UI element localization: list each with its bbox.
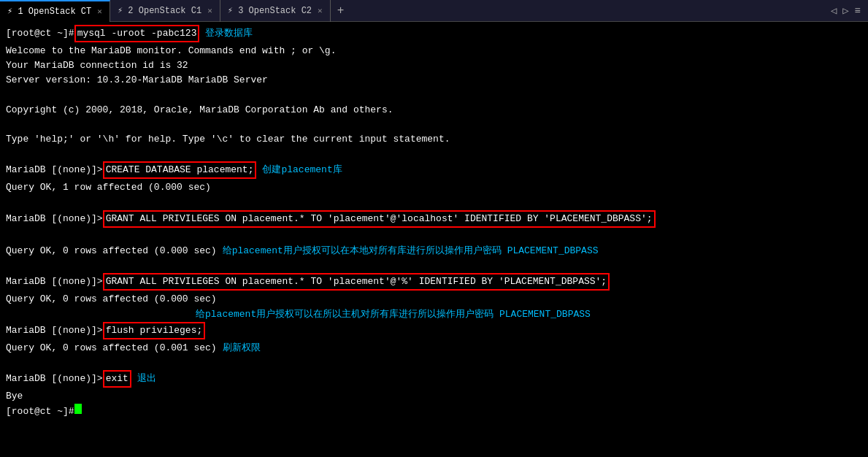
- tab-icon-c2: ⚡: [228, 5, 233, 16]
- tab-icon-c1: ⚡: [118, 5, 123, 16]
- line-grant-all: MariaDB [(none)]> GRANT ALL PRIVILEGES O…: [6, 273, 862, 291]
- tab-label-c1: 2 OpenStack C1: [128, 6, 201, 16]
- line-welcome-3: Server version: 10.3.20-MariaDB MariaDB …: [6, 73, 862, 88]
- prompt-1: [root@ct ~]#: [6, 26, 74, 41]
- line-copyright: Copyright (c) 2000, 2018, Oracle, MariaD…: [6, 103, 862, 118]
- tab-add-button[interactable]: +: [331, 1, 351, 21]
- command-flush: flush privileges;: [103, 322, 206, 339]
- line-help: Type 'help;' or '\h' for help. Type '\c'…: [6, 132, 862, 147]
- nav-back-button[interactable]: ◁: [828, 4, 840, 17]
- line-exit: MariaDB [(none)]> exit退出: [6, 370, 862, 388]
- tab-openstack-c1[interactable]: ⚡ 2 OpenStack C1 ✕: [110, 0, 220, 22]
- line-blank-4: [6, 196, 862, 210]
- annotation-exit: 退出: [137, 372, 156, 386]
- command-create-db: CREATE DATABASE placement;: [103, 161, 257, 179]
- titlebar-nav: ◁ ▷ ≡: [828, 4, 868, 17]
- line-flush: MariaDB [(none)]> flush privileges;: [6, 322, 862, 339]
- line-mysql-command: [root@ct ~]# mysql -uroot -pabc123登录数据库: [6, 25, 862, 42]
- line-blank-6: [6, 258, 862, 273]
- tab-close-c2[interactable]: ✕: [318, 6, 323, 15]
- line-welcome-1: Welcome to the MariaDB monitor. Commands…: [6, 44, 862, 58]
- line-blank-5: [6, 229, 862, 244]
- nav-forward-button[interactable]: ▷: [840, 4, 851, 17]
- line-blank-1: [6, 88, 862, 103]
- annotation-grant-local: 给placement用户授权可以在本地对所有库进行所以操作用户密码 PLACEM…: [223, 244, 599, 258]
- line-query-ok-3: Query OK, 0 rows affected (0.000 sec): [6, 292, 862, 307]
- annotation-login: 登录数据库: [205, 26, 253, 41]
- titlebar: ⚡ 1 OpenStack CT ✕ ⚡ 2 OpenStack C1 ✕ ⚡ …: [0, 0, 868, 22]
- command-grant-local: GRANT ALL PRIVILEGES ON placement.* TO '…: [103, 210, 656, 228]
- line-create-db: MariaDB [(none)]> CREATE DATABASE placem…: [6, 161, 862, 179]
- command-grant-all: GRANT ALL PRIVILEGES ON placement.* TO '…: [103, 273, 610, 291]
- line-blank-7: [6, 356, 862, 370]
- tab-icon: ⚡: [7, 6, 12, 17]
- line-grant-localhost: MariaDB [(none)]> GRANT ALL PRIVILEGES O…: [6, 210, 862, 228]
- line-final-prompt: [root@ct ~]#: [6, 404, 862, 419]
- annotation-flush: 刷新权限: [223, 341, 261, 356]
- line-query-ok-1: Query OK, 1 row affected (0.000 sec): [6, 180, 862, 195]
- line-blank-3: [6, 147, 862, 161]
- command-mysql: mysql -uroot -pabc123: [74, 25, 200, 42]
- annotation-grant-all-text: 给placement用户授权可以在所以主机对所有库进行所以操作用户密码 PLAC…: [196, 307, 591, 322]
- tab-label-c2: 3 OpenStack C2: [238, 6, 312, 16]
- nav-menu-button[interactable]: ≡: [852, 5, 864, 17]
- line-annotation-grant-all: 给placement用户授权可以在所以主机对所有库进行所以操作用户密码 PLAC…: [6, 307, 862, 322]
- line-welcome-2: Your MariaDB connection id is 32: [6, 58, 862, 73]
- tab-close-c1[interactable]: ✕: [207, 6, 212, 15]
- line-blank-2: [6, 118, 862, 132]
- tab-openstack-c2[interactable]: ⚡ 3 OpenStack C2 ✕: [220, 0, 331, 22]
- command-exit: exit: [103, 370, 131, 388]
- tab-label: 1 OpenStack CT: [18, 7, 91, 17]
- tab-close-ct[interactable]: ✕: [97, 7, 102, 16]
- cursor-blink: [74, 404, 82, 414]
- line-bye: Bye: [6, 389, 862, 404]
- terminal-output: [root@ct ~]# mysql -uroot -pabc123登录数据库 …: [0, 22, 868, 457]
- line-query-ok-2: Query OK, 0 rows affected (0.000 sec) 给p…: [6, 244, 862, 258]
- tab-openstack-ct[interactable]: ⚡ 1 OpenStack CT ✕: [0, 0, 110, 22]
- annotation-create: 创建placement库: [262, 163, 342, 177]
- line-query-ok-4: Query OK, 0 rows affected (0.001 sec) 刷新…: [6, 341, 862, 356]
